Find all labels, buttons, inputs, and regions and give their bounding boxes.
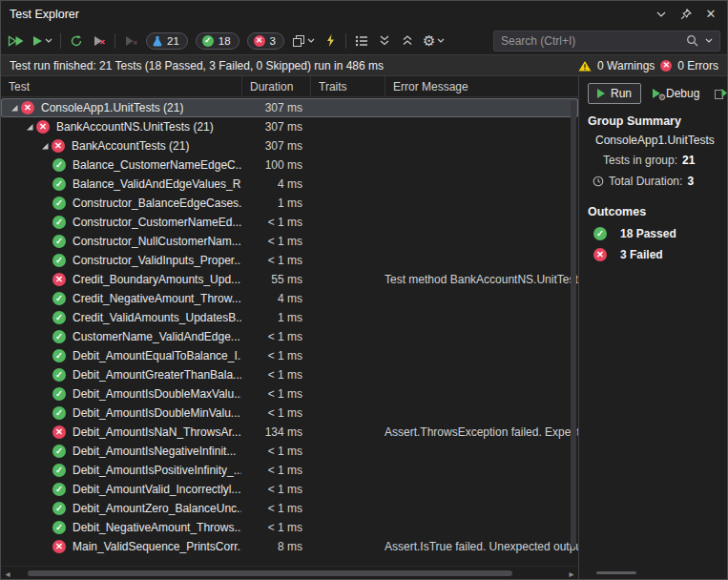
test-row[interactable]: ✓Debit_AmountValid_Incorrectlyl...< 1 ms [1,480,578,499]
test-name: Balance_ValidAndEdgeValues_R... [73,177,241,191]
test-row[interactable]: ✕Debit_AmountIsNaN_ThrowsAr...134 msAsse… [1,423,578,442]
column-header-traits[interactable]: Traits [310,76,385,96]
scroll-right-arrow-icon[interactable]: ▸ [565,567,578,580]
test-name: Credit_BoundaryAmounts_Upd... [73,273,240,286]
total-tests-badge[interactable]: 21 [146,32,188,50]
expand-all-icon[interactable] [377,31,392,51]
test-row[interactable]: ✓Debit_AmountIsPositiveInfinity_...< 1 m… [1,461,578,480]
hierarchy-chevron-icon [307,38,315,43]
column-header-duration[interactable]: Duration [241,76,310,96]
test-row[interactable]: ✓Constructor_BalanceEdgeCases...1 ms [1,194,578,213]
test-row[interactable]: ✓Debit_NegativeAmount_Throws...< 1 ms [1,518,578,537]
passed-tests-count: 18 [218,35,231,47]
titlebar: Test Explorer ✕ [1,1,727,27]
test-row[interactable]: ✓Constructor_CustomerNameEd...< 1 ms [1,213,578,232]
passed-icon: ✓ [52,502,66,515]
scroll-left-arrow-icon[interactable]: ◂ [1,567,14,580]
test-row[interactable]: ✓CustomerName_ValidAndEdge...< 1 ms [1,327,578,346]
test-traits [310,194,385,213]
warnings-count[interactable]: 0 Warnings [597,59,655,72]
test-name: Constructor_BalanceEdgeCases... [73,197,241,210]
test-row[interactable]: ✕BankAccountTests (21)307 ms [1,136,578,155]
run-tests-after-build-icon[interactable] [322,31,338,51]
toolbar: 21 ✓ 18 ✕ 3 ⚙ [1,27,727,54]
passed-icon: ✓ [52,254,66,267]
vertical-scrollbar-thumb[interactable] [571,100,576,548]
detail-pane-scrollbar-thumb[interactable] [596,571,636,574]
test-row[interactable]: ✕ConsoleApp1.UnitTests (21)307 ms [1,98,578,117]
close-icon[interactable]: ✕ [700,5,721,24]
test-error-message: Assert.ThrowsException failed. Expect [385,423,578,442]
failed-icon: ✕ [52,139,65,153]
test-row[interactable]: ✓Debit_AmountIsDoubleMinValu...< 1 ms [1,404,578,423]
column-header-error-message[interactable]: Error Message [385,76,578,96]
horizontal-scrollbar-thumb[interactable] [28,570,512,576]
test-row[interactable]: ✓Constructor_ValidInputs_Proper...< 1 ms [1,251,578,270]
search-input[interactable] [501,34,679,48]
test-row[interactable]: ✕Credit_BoundaryAmounts_Upd...55 msTest … [1,270,578,289]
expander-icon[interactable] [37,141,52,151]
test-explorer-window: Test Explorer ✕ [0,0,728,580]
passed-icon: ✓ [52,406,66,420]
run-play-icon [597,89,605,98]
expander-icon[interactable] [22,122,36,132]
test-traits [310,155,385,175]
test-traits [310,289,385,308]
test-row[interactable]: ✓Debit_AmountEqualToBalance_I...< 1 ms [1,346,578,365]
test-row[interactable]: ✓Credit_ValidAmounts_UpdatesB...1 ms [1,308,578,327]
debug-icon: ⚙ [653,89,660,98]
test-error-message [385,442,578,461]
pin-icon[interactable] [676,5,697,24]
repeat-last-run-icon[interactable] [69,31,84,51]
hierarchy-view-icon[interactable] [292,31,315,51]
window-position-chevron-icon[interactable] [651,5,672,24]
run-all-tests-icon[interactable] [8,31,24,51]
column-header-test[interactable]: Test [1,76,241,96]
test-row[interactable]: ✓Credit_NegativeAmount_Throw...4 ms [1,289,578,308]
test-row[interactable]: ✓Constructor_NullCustomerNam...< 1 ms [1,232,578,251]
run-button[interactable]: Run [588,83,641,104]
passed-icon: ✓ [52,521,66,534]
test-row[interactable]: ✓Balance_CustomerNameEdgeC...100 ms [1,155,578,175]
settings-gear-icon[interactable]: ⚙ [423,31,445,51]
test-row[interactable]: ✕Main_ValidSequence_PrintsCorr...8 msAss… [1,537,578,556]
vertical-scrollbar[interactable] [569,98,577,565]
errors-count[interactable]: 0 Errors [677,59,718,72]
search-options-chevron-icon[interactable] [705,38,713,43]
test-error-message [385,232,578,251]
search-box[interactable] [493,31,720,52]
test-traits [310,213,385,232]
group-by-icon[interactable] [354,31,369,51]
test-name: Debit_AmountIsNegativeInfinit... [73,445,236,458]
run-failed-tests-icon[interactable] [123,31,138,51]
total-duration-stat: Total Duration: 3 [593,175,719,188]
test-row[interactable]: ✕BankAccountNS.UnitTests (21)307 ms [1,117,578,136]
errors-icon[interactable]: ✕ [660,60,672,72]
expander-icon[interactable] [7,103,21,113]
passed-icon: ✓ [52,197,66,210]
test-name: Debit_AmountIsDoubleMaxValu... [73,387,241,401]
outcome-passed[interactable]: ✓ 18 Passed [593,227,719,240]
passed-icon: ✓ [52,235,66,248]
open-details-in-window-button[interactable] [711,83,727,104]
collapse-all-icon[interactable] [400,31,415,51]
debug-button[interactable]: ⚙ Debug [650,83,702,104]
run-icon[interactable] [31,31,52,51]
passed-tests-badge[interactable]: ✓ 18 [196,32,239,50]
tests-in-group-stat: Tests in group: 21 [603,154,719,167]
test-row[interactable]: ✓Debit_AmountIsNegativeInfinit...< 1 ms [1,442,578,461]
search-icon[interactable] [686,34,698,47]
cancel-test-run-icon[interactable] [92,31,107,51]
test-duration: 1 ms [241,194,310,213]
test-row[interactable]: ✓Balance_ValidAndEdgeValues_R...4 ms [1,175,578,194]
test-name: Credit_NegativeAmount_Throw... [73,292,241,305]
test-row[interactable]: ✓Debit_AmountGreaterThanBala...< 1 ms [1,365,578,384]
outcome-failed[interactable]: ✕ 3 Failed [593,248,719,261]
failed-tests-badge[interactable]: ✕ 3 [247,32,284,50]
test-row[interactable]: ✓Debit_AmountZero_BalanceUnc...< 1 ms [1,499,578,518]
warning-icon[interactable] [578,60,592,72]
run-summary-text: Test run finished: 21 Tests (18 Passed, … [10,59,384,72]
test-row[interactable]: ✓Debit_AmountIsDoubleMaxValu...< 1 ms [1,384,578,404]
horizontal-scrollbar[interactable]: ◂ ▸ [1,566,578,579]
test-duration: < 1 ms [241,404,310,423]
